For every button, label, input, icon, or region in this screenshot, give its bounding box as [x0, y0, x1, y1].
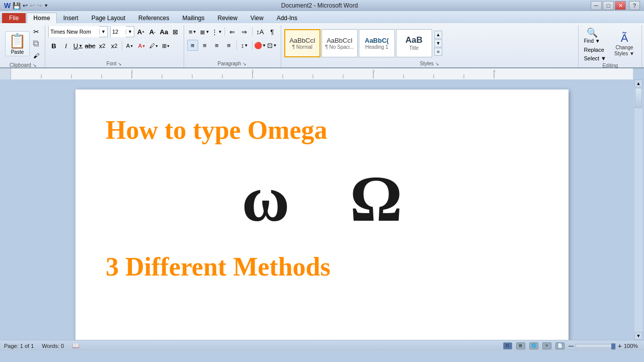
zoom-area: ─ + 100%: [569, 342, 640, 350]
shading2-button[interactable]: 🔴▼: [255, 40, 266, 51]
style-title[interactable]: AaB Title: [396, 29, 432, 57]
scrollbar-thumb[interactable]: [635, 88, 642, 108]
view-draft-button[interactable]: 📄: [555, 342, 565, 349]
divider1: [122, 41, 122, 51]
multilevel-list-button[interactable]: ⋮▼: [211, 26, 222, 37]
view-web-button[interactable]: 🌐: [529, 342, 538, 349]
zoom-level: 100%: [624, 343, 640, 349]
line-spacing-button[interactable]: ↕▼: [239, 40, 250, 51]
style-normal[interactable]: AaBbCcI ¶ Normal: [284, 29, 320, 57]
minimize-button[interactable]: ─: [591, 1, 602, 10]
omega-lowercase: ω: [242, 166, 289, 231]
styles-group: AaBbCcI ¶ Normal AaBbCcI ¶ No Spaci... A…: [281, 25, 579, 67]
ribbon: 📋 Paste ✂ ⿻ 🖌 Clipboard ↘ ▼: [0, 23, 644, 68]
style-heading1[interactable]: AaBbC( Heading 1: [359, 29, 395, 57]
change-case-button[interactable]: Aa: [159, 27, 169, 37]
help-button[interactable]: ?: [629, 1, 640, 10]
font-size-input[interactable]: [111, 26, 126, 37]
replace-button[interactable]: Replace: [582, 46, 606, 53]
zoom-plus-button[interactable]: +: [618, 342, 622, 350]
change-styles-button[interactable]: Ã ChangeStyles ▼: [610, 31, 638, 58]
borders-button[interactable]: ⊞▼: [160, 40, 172, 51]
zoom-slider[interactable]: [576, 344, 616, 348]
change-styles-label: ChangeStyles ▼: [614, 45, 634, 57]
tab-addins[interactable]: Add-Ins: [270, 13, 304, 23]
italic-button[interactable]: I: [60, 40, 71, 51]
tab-insert[interactable]: Insert: [57, 13, 85, 23]
styles-scroll-down[interactable]: ▼: [434, 39, 442, 47]
qat-dropdown[interactable]: ▼: [44, 3, 48, 8]
increase-font-button[interactable]: A+: [136, 27, 146, 37]
view-outline-button[interactable]: ≡: [542, 342, 551, 349]
view-print-button[interactable]: ⊡: [503, 342, 512, 349]
font-family-dropdown[interactable]: ▼: [99, 29, 107, 34]
borders2-button[interactable]: ⊡▼: [267, 40, 278, 51]
find-icon: 🔍: [587, 27, 598, 38]
view-full-reading-button[interactable]: ⊠: [516, 342, 525, 349]
word-count: Words: 0: [42, 343, 64, 349]
superscript-button[interactable]: x2: [109, 40, 120, 51]
qat-undo2[interactable]: ↩: [30, 2, 35, 9]
tab-home[interactable]: Home: [27, 13, 56, 24]
style-normal-preview: AaBbCcI: [289, 37, 315, 44]
scroll-down-button[interactable]: ▼: [634, 332, 642, 340]
clipboard-expand[interactable]: ↘: [32, 63, 37, 68]
text-highlight-button[interactable]: A▼: [124, 40, 135, 51]
find-button[interactable]: 🔍 Find ▼: [582, 26, 602, 45]
tab-review[interactable]: Review: [211, 13, 244, 23]
increase-indent-button[interactable]: ⇒: [239, 26, 250, 37]
zoom-minus-button[interactable]: ─: [569, 342, 574, 350]
document: How to type Omega ω Ω 3 Different Method…: [75, 89, 569, 340]
styles-more[interactable]: ≡: [434, 48, 442, 56]
decrease-indent-button[interactable]: ⇐: [227, 26, 238, 37]
main-area: How to type Omega ω Ω 3 Different Method…: [0, 79, 644, 340]
styles-expand[interactable]: ↘: [435, 61, 440, 66]
tab-page-layout[interactable]: Page Layout: [85, 13, 132, 23]
editing-label: Editing: [602, 63, 618, 68]
qat-redo[interactable]: ↪: [37, 2, 42, 9]
tab-file[interactable]: File: [2, 13, 26, 23]
tab-references[interactable]: References: [132, 13, 176, 23]
scroll-up-button[interactable]: ▲: [634, 79, 642, 87]
restore-button[interactable]: □: [603, 1, 614, 10]
font-color-button[interactable]: A▼: [136, 40, 147, 51]
tab-view[interactable]: View: [244, 13, 270, 23]
strikethrough-button[interactable]: abc: [85, 40, 96, 51]
zoom-thumb[interactable]: [611, 343, 615, 349]
paste-button[interactable]: 📋 Paste: [5, 31, 30, 56]
font-family-input[interactable]: [49, 26, 99, 37]
align-center-button[interactable]: ≡: [199, 40, 210, 51]
sort-button[interactable]: ↕A: [255, 26, 266, 37]
qat-save[interactable]: 💾: [13, 2, 21, 10]
window-title: Document2 - Microsoft Word: [48, 2, 591, 9]
numbering-button[interactable]: ≣▼: [199, 26, 210, 37]
subscript-button[interactable]: x2: [97, 40, 108, 51]
styles-scroll-up[interactable]: ▲: [434, 31, 442, 39]
bullets-button[interactable]: ≡▼: [187, 26, 198, 37]
font-size-dropdown[interactable]: ▼: [126, 29, 134, 34]
align-left-button[interactable]: ≡: [187, 40, 198, 51]
paragraph-expand[interactable]: ↘: [242, 61, 247, 66]
justify-button[interactable]: ≡: [223, 40, 234, 51]
format-painter-button[interactable]: 🖌: [31, 50, 42, 61]
shading-button[interactable]: 🖊▼: [148, 40, 159, 51]
underline-button[interactable]: U▼: [72, 40, 84, 51]
decrease-font-button[interactable]: A-: [147, 27, 157, 37]
bold-button[interactable]: B: [48, 40, 59, 51]
copy-button[interactable]: ⿻: [31, 38, 42, 49]
select-button[interactable]: Select ▼: [582, 55, 608, 62]
spelling-icon[interactable]: 📖: [72, 342, 79, 349]
style-no-spacing[interactable]: AaBbCcI ¶ No Spaci...: [321, 29, 358, 57]
align-right-button[interactable]: ≡: [211, 40, 222, 51]
show-hide-button[interactable]: ¶: [267, 26, 278, 37]
close-button[interactable]: ✕: [615, 1, 626, 10]
font-expand[interactable]: ↘: [117, 61, 122, 66]
qat-undo[interactable]: ↩: [23, 2, 28, 9]
divider2: [224, 27, 225, 36]
cut-button[interactable]: ✂: [31, 26, 42, 37]
clear-format-button[interactable]: ⊠: [171, 27, 181, 37]
tab-mailings[interactable]: Mailings: [176, 13, 211, 23]
change-styles-icon: Ã: [621, 32, 628, 45]
paste-label: Paste: [11, 49, 24, 55]
font-group: ▼ ▼ A+ A- Aa ⊠ B I U▼ abc x2 x2 A▼: [45, 25, 184, 67]
